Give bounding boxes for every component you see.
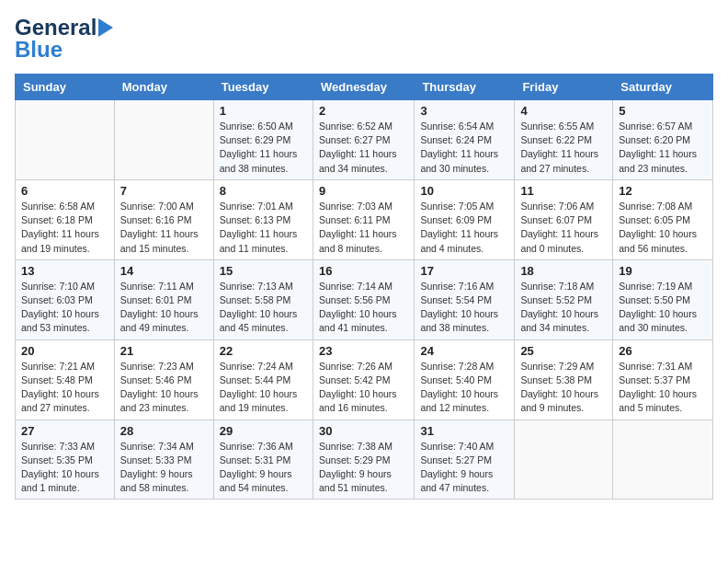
weekday-header-sunday: Sunday bbox=[16, 75, 115, 100]
calendar-cell: 1Sunrise: 6:50 AM Sunset: 6:29 PM Daylig… bbox=[213, 100, 313, 180]
day-number: 16 bbox=[319, 264, 408, 278]
day-info: Sunrise: 7:23 AM Sunset: 5:46 PM Dayligh… bbox=[120, 360, 208, 416]
calendar-cell bbox=[114, 100, 213, 180]
day-info: Sunrise: 7:03 AM Sunset: 6:11 PM Dayligh… bbox=[319, 200, 408, 256]
calendar-cell: 10Sunrise: 7:05 AM Sunset: 6:09 PM Dayli… bbox=[415, 179, 515, 259]
logo: General Blue bbox=[15, 15, 113, 63]
day-number: 11 bbox=[520, 184, 607, 198]
day-number: 17 bbox=[420, 264, 508, 278]
logo-text-blue: Blue bbox=[15, 37, 63, 63]
calendar-cell: 28Sunrise: 7:34 AM Sunset: 5:33 PM Dayli… bbox=[114, 419, 213, 500]
day-number: 22 bbox=[220, 344, 307, 358]
day-info: Sunrise: 6:54 AM Sunset: 6:24 PM Dayligh… bbox=[420, 120, 508, 176]
calendar-cell bbox=[515, 419, 613, 500]
weekday-header-thursday: Thursday bbox=[415, 75, 515, 100]
day-number: 10 bbox=[420, 184, 508, 198]
week-row-4: 20Sunrise: 7:21 AM Sunset: 5:48 PM Dayli… bbox=[16, 339, 713, 419]
weekday-header-wednesday: Wednesday bbox=[313, 75, 414, 100]
day-number: 3 bbox=[420, 104, 508, 118]
day-number: 23 bbox=[319, 344, 408, 358]
week-row-3: 13Sunrise: 7:10 AM Sunset: 6:03 PM Dayli… bbox=[16, 259, 713, 339]
day-info: Sunrise: 7:33 AM Sunset: 5:35 PM Dayligh… bbox=[21, 440, 108, 496]
calendar-cell: 15Sunrise: 7:13 AM Sunset: 5:58 PM Dayli… bbox=[213, 259, 313, 339]
day-info: Sunrise: 7:24 AM Sunset: 5:44 PM Dayligh… bbox=[220, 360, 307, 416]
week-row-5: 27Sunrise: 7:33 AM Sunset: 5:35 PM Dayli… bbox=[16, 419, 713, 500]
day-info: Sunrise: 7:21 AM Sunset: 5:48 PM Dayligh… bbox=[21, 360, 108, 416]
day-number: 20 bbox=[21, 344, 108, 358]
day-number: 27 bbox=[21, 424, 108, 438]
day-number: 13 bbox=[21, 264, 108, 278]
day-info: Sunrise: 7:18 AM Sunset: 5:52 PM Dayligh… bbox=[520, 280, 607, 336]
day-info: Sunrise: 7:05 AM Sunset: 6:09 PM Dayligh… bbox=[420, 200, 508, 256]
week-row-2: 6Sunrise: 6:58 AM Sunset: 6:18 PM Daylig… bbox=[16, 179, 713, 259]
day-info: Sunrise: 6:50 AM Sunset: 6:29 PM Dayligh… bbox=[220, 120, 307, 176]
logo-arrow-icon bbox=[98, 18, 113, 37]
day-number: 8 bbox=[220, 184, 307, 198]
day-number: 9 bbox=[319, 184, 408, 198]
day-number: 7 bbox=[120, 184, 208, 198]
calendar-cell: 22Sunrise: 7:24 AM Sunset: 5:44 PM Dayli… bbox=[213, 339, 313, 419]
day-info: Sunrise: 7:16 AM Sunset: 5:54 PM Dayligh… bbox=[420, 280, 508, 336]
week-row-1: 1Sunrise: 6:50 AM Sunset: 6:29 PM Daylig… bbox=[16, 100, 713, 180]
calendar-cell: 27Sunrise: 7:33 AM Sunset: 5:35 PM Dayli… bbox=[16, 419, 115, 500]
calendar-cell bbox=[16, 100, 115, 180]
weekday-header-monday: Monday bbox=[114, 75, 213, 100]
day-info: Sunrise: 7:08 AM Sunset: 6:05 PM Dayligh… bbox=[619, 200, 707, 256]
calendar-cell bbox=[613, 419, 713, 500]
calendar-cell: 20Sunrise: 7:21 AM Sunset: 5:48 PM Dayli… bbox=[16, 339, 115, 419]
day-number: 12 bbox=[619, 184, 707, 198]
day-number: 14 bbox=[120, 264, 208, 278]
day-number: 1 bbox=[220, 104, 307, 118]
weekday-header-saturday: Saturday bbox=[613, 75, 713, 100]
calendar-cell: 31Sunrise: 7:40 AM Sunset: 5:27 PM Dayli… bbox=[415, 419, 515, 500]
day-info: Sunrise: 7:11 AM Sunset: 6:01 PM Dayligh… bbox=[120, 280, 208, 336]
day-info: Sunrise: 7:13 AM Sunset: 5:58 PM Dayligh… bbox=[220, 280, 307, 336]
day-info: Sunrise: 7:40 AM Sunset: 5:27 PM Dayligh… bbox=[420, 440, 508, 496]
day-number: 5 bbox=[619, 104, 707, 118]
calendar-cell: 9Sunrise: 7:03 AM Sunset: 6:11 PM Daylig… bbox=[313, 179, 414, 259]
calendar-cell: 23Sunrise: 7:26 AM Sunset: 5:42 PM Dayli… bbox=[313, 339, 414, 419]
weekday-header-friday: Friday bbox=[515, 75, 613, 100]
day-number: 26 bbox=[619, 344, 707, 358]
day-number: 2 bbox=[319, 104, 408, 118]
calendar-cell: 29Sunrise: 7:36 AM Sunset: 5:31 PM Dayli… bbox=[213, 419, 313, 500]
calendar-cell: 8Sunrise: 7:01 AM Sunset: 6:13 PM Daylig… bbox=[213, 179, 313, 259]
calendar-cell: 17Sunrise: 7:16 AM Sunset: 5:54 PM Dayli… bbox=[415, 259, 515, 339]
day-number: 25 bbox=[520, 344, 607, 358]
day-info: Sunrise: 7:34 AM Sunset: 5:33 PM Dayligh… bbox=[120, 440, 208, 496]
calendar-cell: 16Sunrise: 7:14 AM Sunset: 5:56 PM Dayli… bbox=[313, 259, 414, 339]
day-info: Sunrise: 7:28 AM Sunset: 5:40 PM Dayligh… bbox=[420, 360, 508, 416]
day-number: 19 bbox=[619, 264, 707, 278]
calendar-cell: 18Sunrise: 7:18 AM Sunset: 5:52 PM Dayli… bbox=[515, 259, 613, 339]
day-info: Sunrise: 7:06 AM Sunset: 6:07 PM Dayligh… bbox=[520, 200, 607, 256]
day-info: Sunrise: 6:55 AM Sunset: 6:22 PM Dayligh… bbox=[520, 120, 607, 176]
calendar-cell: 30Sunrise: 7:38 AM Sunset: 5:29 PM Dayli… bbox=[313, 419, 414, 500]
weekday-header-row: SundayMondayTuesdayWednesdayThursdayFrid… bbox=[16, 75, 713, 100]
weekday-header-tuesday: Tuesday bbox=[213, 75, 313, 100]
calendar-cell: 13Sunrise: 7:10 AM Sunset: 6:03 PM Dayli… bbox=[16, 259, 115, 339]
day-info: Sunrise: 7:10 AM Sunset: 6:03 PM Dayligh… bbox=[21, 280, 108, 336]
calendar-table: SundayMondayTuesdayWednesdayThursdayFrid… bbox=[15, 74, 713, 500]
day-number: 29 bbox=[220, 424, 307, 438]
calendar-cell: 5Sunrise: 6:57 AM Sunset: 6:20 PM Daylig… bbox=[613, 100, 713, 180]
day-info: Sunrise: 7:29 AM Sunset: 5:38 PM Dayligh… bbox=[520, 360, 607, 416]
day-info: Sunrise: 7:01 AM Sunset: 6:13 PM Dayligh… bbox=[220, 200, 307, 256]
calendar-cell: 11Sunrise: 7:06 AM Sunset: 6:07 PM Dayli… bbox=[515, 179, 613, 259]
calendar-cell: 3Sunrise: 6:54 AM Sunset: 6:24 PM Daylig… bbox=[415, 100, 515, 180]
day-info: Sunrise: 7:00 AM Sunset: 6:16 PM Dayligh… bbox=[120, 200, 208, 256]
day-info: Sunrise: 7:38 AM Sunset: 5:29 PM Dayligh… bbox=[319, 440, 408, 496]
calendar-cell: 7Sunrise: 7:00 AM Sunset: 6:16 PM Daylig… bbox=[114, 179, 213, 259]
calendar-cell: 21Sunrise: 7:23 AM Sunset: 5:46 PM Dayli… bbox=[114, 339, 213, 419]
day-number: 15 bbox=[220, 264, 307, 278]
day-number: 24 bbox=[420, 344, 508, 358]
calendar-cell: 2Sunrise: 6:52 AM Sunset: 6:27 PM Daylig… bbox=[313, 100, 414, 180]
calendar-cell: 4Sunrise: 6:55 AM Sunset: 6:22 PM Daylig… bbox=[515, 100, 613, 180]
calendar-cell: 25Sunrise: 7:29 AM Sunset: 5:38 PM Dayli… bbox=[515, 339, 613, 419]
day-info: Sunrise: 6:58 AM Sunset: 6:18 PM Dayligh… bbox=[21, 200, 108, 256]
calendar-cell: 19Sunrise: 7:19 AM Sunset: 5:50 PM Dayli… bbox=[613, 259, 713, 339]
day-info: Sunrise: 7:14 AM Sunset: 5:56 PM Dayligh… bbox=[319, 280, 408, 336]
day-number: 28 bbox=[120, 424, 208, 438]
calendar-cell: 6Sunrise: 6:58 AM Sunset: 6:18 PM Daylig… bbox=[16, 179, 115, 259]
day-info: Sunrise: 7:26 AM Sunset: 5:42 PM Dayligh… bbox=[319, 360, 408, 416]
day-number: 6 bbox=[21, 184, 108, 198]
